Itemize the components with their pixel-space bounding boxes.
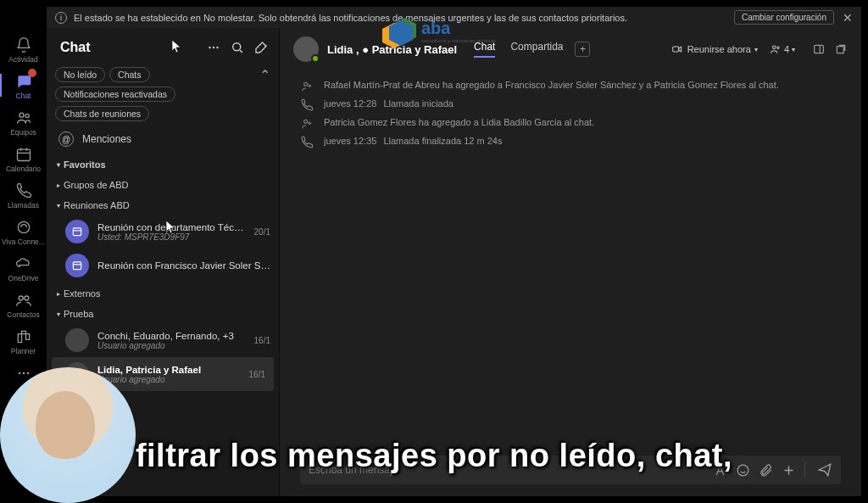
- system-msg: jueves 12:28 Llamada iniciada: [300, 96, 841, 115]
- rail-equipos[interactable]: Equipos: [0, 103, 47, 140]
- meeting-avatar-icon: [65, 254, 89, 277]
- mention-icon: @: [58, 131, 74, 147]
- svg-point-1: [25, 114, 29, 117]
- rail-label: Llamadas: [8, 201, 39, 210]
- send-icon[interactable]: [817, 462, 832, 478]
- chat-date: 16/1: [249, 370, 265, 379]
- format-icon[interactable]: [713, 463, 727, 478]
- meet-now-button[interactable]: Reunirse ahora ▾: [671, 43, 758, 55]
- rail-viva[interactable]: Viva Conne...: [0, 213, 47, 249]
- message-area: Rafael Martín-Prat de Abreu ha agregado …: [280, 70, 861, 447]
- tab-chat[interactable]: Chat: [474, 41, 495, 58]
- svg-point-0: [19, 113, 24, 117]
- change-config-button[interactable]: Cambiar configuración: [734, 10, 834, 25]
- chat-sub: Usted: MSPR7E3D9F97: [97, 232, 249, 242]
- chip-noleido[interactable]: No leído: [55, 67, 105, 82]
- person-add-icon: [300, 80, 314, 93]
- tab-compartida[interactable]: Compartida: [510, 41, 563, 58]
- chip-notificaciones[interactable]: Notificaciones reactivadas: [55, 87, 175, 102]
- chat-tabs: Chat Compartida: [474, 41, 563, 58]
- chat-content: Lidia , ● Patricia y Rafael Chat Compart…: [280, 28, 861, 496]
- chat-row-reunion2[interactable]: Reunión con Francisco Javier Soler Sán..…: [47, 249, 279, 282]
- new-chat-icon[interactable]: [253, 40, 269, 55]
- chip-chatsreuniones[interactable]: Chats de reuniones: [55, 106, 149, 121]
- popout-icon[interactable]: [834, 42, 848, 56]
- chat-row-prueba1[interactable]: Conchi, Eduardo, Fernando, +3 Usuario ag…: [47, 323, 279, 357]
- banner-close-icon[interactable]: ✕: [843, 11, 853, 25]
- rail-label: OneDrive: [8, 274, 39, 282]
- svg-point-4: [19, 296, 23, 300]
- chat-participants-names: Lidia , ● Patricia y Rafael: [327, 43, 457, 56]
- emoji-icon[interactable]: [736, 463, 750, 478]
- compose-input[interactable]: [309, 464, 704, 476]
- section-externos[interactable]: ▸Externos: [47, 282, 279, 303]
- collapse-chips-icon[interactable]: ⌃: [259, 67, 270, 83]
- more-icon[interactable]: [206, 40, 221, 55]
- section-favoritos[interactable]: ▾Favoritos: [47, 154, 279, 174]
- rail-actividad[interactable]: Actividad: [0, 31, 47, 67]
- app-window: i El estado se ha establecido en No mole…: [47, 7, 861, 496]
- chat-date: 20/1: [254, 227, 270, 237]
- meeting-avatar-icon: [65, 220, 89, 243]
- rail-label: Contactos: [7, 310, 39, 319]
- svg-point-8: [26, 372, 29, 375]
- section-reuniones[interactable]: ▾Reuniones ABD: [47, 194, 279, 215]
- chat-title: Lidia, Patricia y Rafael: [97, 365, 244, 375]
- filter-icon[interactable]: [230, 40, 245, 55]
- attach-icon[interactable]: [759, 463, 773, 478]
- dnd-banner: i El estado se ha establecido en No mole…: [47, 7, 861, 28]
- svg-point-21: [304, 82, 308, 86]
- rail-onedrive[interactable]: OneDrive: [0, 249, 47, 286]
- system-msg: Patricia Gomez Flores ha agregado a Lidi…: [300, 115, 841, 133]
- svg-point-11: [213, 47, 214, 48]
- chip-chats[interactable]: Chats: [109, 67, 149, 82]
- plus-icon[interactable]: [782, 463, 796, 478]
- rail-label: Equipos: [10, 128, 36, 137]
- group-avatar-icon: [65, 328, 89, 352]
- svg-point-12: [216, 47, 218, 48]
- svg-point-6: [18, 372, 20, 375]
- rail-label: Planner: [11, 347, 36, 355]
- panel-icon[interactable]: [812, 42, 826, 56]
- chat-row-reunion1[interactable]: Reunión con departamento Técni... Usted:…: [47, 215, 279, 249]
- rail-label: Viva Conne...: [2, 238, 45, 246]
- presenter-avatar: [0, 367, 136, 503]
- chat-avatar: [293, 36, 319, 62]
- section-prueba[interactable]: ▾Prueba: [47, 303, 279, 323]
- svg-point-10: [209, 47, 210, 48]
- svg-rect-20: [837, 47, 843, 53]
- svg-point-3: [18, 221, 29, 232]
- banner-text: El estado se ha establecido en No molest…: [74, 13, 627, 23]
- compose-box[interactable]: [300, 455, 841, 484]
- phone-icon: [300, 98, 314, 112]
- chat-badge: [28, 69, 36, 77]
- rail-calendario[interactable]: Calendario: [0, 140, 47, 176]
- svg-rect-14: [73, 228, 81, 236]
- rail-llamadas[interactable]: Llamadas: [0, 176, 47, 213]
- rail-chat[interactable]: Chat: [0, 67, 47, 103]
- svg-point-22: [304, 120, 308, 123]
- rail-planner[interactable]: Planner: [0, 322, 47, 359]
- add-tab-button[interactable]: +: [575, 42, 590, 57]
- chat-title: Conchi, Eduardo, Fernando, +3: [97, 331, 249, 341]
- presence-dot: [311, 54, 320, 63]
- svg-point-17: [772, 46, 776, 49]
- svg-point-23: [737, 465, 748, 476]
- chat-date: 16/1: [254, 336, 270, 345]
- chat-sub: Usuario agregado: [97, 375, 244, 384]
- chat-sub: Usuario agregado: [97, 341, 249, 350]
- participants-count[interactable]: 4 ▾: [770, 43, 795, 55]
- svg-point-18: [777, 47, 779, 48]
- svg-point-13: [233, 43, 241, 51]
- svg-rect-16: [672, 47, 678, 52]
- mentions-row[interactable]: @ Menciones: [47, 125, 279, 154]
- system-msg: jueves 12:35 Llamada finalizada 12 m 24s: [300, 133, 841, 152]
- person-add-icon: [300, 117, 314, 131]
- rail-label: Chat: [16, 92, 31, 100]
- svg-point-7: [22, 372, 25, 375]
- rail-contactos[interactable]: Contactos: [0, 286, 47, 322]
- rail-label: Calendario: [6, 165, 41, 173]
- svg-rect-15: [73, 262, 81, 270]
- svg-point-5: [24, 296, 28, 300]
- section-grupos[interactable]: ▸Grupos de ABD: [47, 174, 279, 194]
